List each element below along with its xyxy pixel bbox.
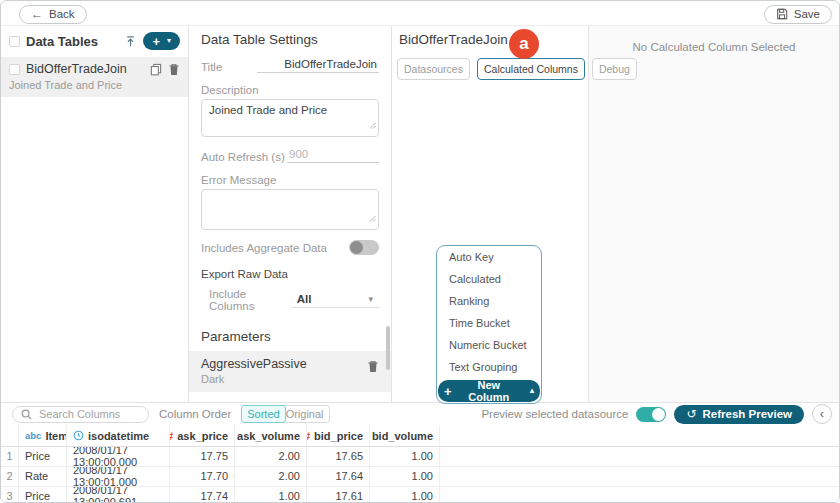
error-message-field-wrap bbox=[201, 189, 379, 230]
main-area: Data Tables + ▾ BidOfferTradeJoin bbox=[1, 26, 839, 402]
preview-datasource-toggle[interactable] bbox=[636, 407, 666, 422]
column-header-isodatetime: isodatetime bbox=[67, 426, 170, 447]
calculated-column-detail-panel: No Calculated Column Selected bbox=[589, 26, 839, 402]
column-header-item: abc Item bbox=[19, 426, 67, 447]
add-data-table-button[interactable]: + ▾ bbox=[143, 32, 180, 50]
chevron-left-icon: ‹ bbox=[820, 406, 824, 421]
include-columns-select[interactable]: All ▾ bbox=[291, 292, 379, 308]
table-editor-panel: BidOfferTradeJoin a Datasources Calculat… bbox=[392, 26, 588, 402]
row-number-cell: 3 bbox=[1, 487, 19, 502]
save-icon bbox=[776, 8, 788, 20]
empty-state-message: No Calculated Column Selected bbox=[632, 41, 795, 53]
include-columns-value: All bbox=[297, 293, 312, 305]
title-field-row: Title bbox=[201, 58, 379, 73]
upload-data-table-button[interactable] bbox=[124, 35, 137, 48]
column-header-ask-volume: # ask_volume bbox=[235, 426, 307, 447]
settings-panel-title: Data Table Settings bbox=[201, 32, 379, 47]
app-window: ← Back Save Data Tables + bbox=[0, 0, 840, 503]
parameter-list-item[interactable]: AggressivePassive Dark bbox=[189, 351, 391, 392]
delete-parameter-button[interactable] bbox=[367, 360, 379, 373]
bid-volume-cell: 1.00 bbox=[370, 487, 440, 502]
ask-price-cell: 17.70 bbox=[170, 467, 235, 487]
include-columns-label: Include Columns bbox=[209, 288, 291, 312]
refresh-icon: ↺ bbox=[686, 408, 696, 420]
menu-item-time-bucket[interactable]: Time Bucket bbox=[437, 312, 541, 334]
duplicate-data-table-button[interactable] bbox=[150, 63, 162, 76]
data-table-settings-panel: Data Table Settings Title Description Jo… bbox=[189, 26, 391, 402]
tab-datasources[interactable]: Datasources bbox=[397, 58, 470, 80]
data-table-list-item[interactable]: BidOfferTradeJoin Joined Trade and Price bbox=[1, 57, 188, 97]
column-header-bid-price: # bid_price bbox=[307, 426, 370, 447]
menu-item-text-grouping[interactable]: Text Grouping bbox=[437, 356, 541, 378]
new-column-menu: Auto Key Calculated Ranking Time Bucket … bbox=[436, 245, 542, 404]
bid-price-cell: 17.64 bbox=[307, 467, 370, 487]
column-header-label: bid_volume bbox=[372, 430, 433, 442]
refresh-preview-button[interactable]: ↺ Refresh Preview bbox=[674, 405, 804, 424]
column-order-original-button[interactable]: Original bbox=[280, 405, 330, 423]
search-columns-box bbox=[12, 406, 149, 423]
error-message-textarea[interactable] bbox=[201, 189, 379, 230]
column-header-label: isodatetime bbox=[88, 430, 149, 442]
data-table-item-row: BidOfferTradeJoin bbox=[9, 62, 180, 76]
preview-datasource-label: Preview selected datasource bbox=[481, 408, 628, 420]
menu-item-numeric-bucket[interactable]: Numeric Bucket bbox=[437, 334, 541, 356]
data-tables-title: Data Tables bbox=[26, 34, 118, 49]
description-textarea[interactable]: Joined Trade and Price bbox=[201, 99, 379, 137]
menu-item-auto-key[interactable]: Auto Key bbox=[437, 246, 541, 268]
menu-item-ranking[interactable]: Ranking bbox=[437, 290, 541, 312]
filler-cell bbox=[440, 447, 839, 467]
description-field-wrap: Joined Trade and Price bbox=[201, 99, 379, 137]
back-button[interactable]: ← Back bbox=[19, 5, 87, 24]
data-table-item-description: Joined Trade and Price bbox=[9, 79, 180, 91]
toggle-knob bbox=[350, 241, 363, 254]
item-cell: Price bbox=[19, 487, 67, 502]
column-header-label: ask_volume bbox=[237, 430, 300, 442]
copy-icon bbox=[150, 63, 162, 76]
new-column-button[interactable]: + New Column ▴ bbox=[438, 380, 540, 402]
select-all-checkbox[interactable] bbox=[9, 36, 20, 47]
refresh-preview-label: Refresh Preview bbox=[703, 408, 793, 420]
error-message-label: Error Message bbox=[201, 174, 379, 186]
filler-cell bbox=[440, 467, 839, 487]
row-number-header bbox=[1, 426, 19, 447]
plus-icon: + bbox=[444, 385, 452, 398]
save-button[interactable]: Save bbox=[764, 5, 832, 24]
hash-icon: # bbox=[307, 430, 310, 442]
trash-icon bbox=[367, 360, 379, 373]
editor-tabs: Datasources Calculated Columns Debug bbox=[397, 58, 588, 80]
includes-aggregate-toggle[interactable] bbox=[349, 240, 379, 255]
plus-icon: + bbox=[152, 35, 160, 48]
row-number-cell: 2 bbox=[1, 467, 19, 487]
table-row: 2 Rate 2008/01/17 13:00:01.000 17.70 2.0… bbox=[1, 467, 839, 487]
table-row: 1 Price 2008/01/17 13:00:00.000 17.75 2.… bbox=[1, 447, 839, 467]
settings-scrollbar-thumb[interactable] bbox=[386, 326, 390, 370]
title-input[interactable] bbox=[257, 58, 379, 73]
includes-aggregate-row: Includes Aggregate Data bbox=[201, 240, 379, 255]
parameters-title: Parameters bbox=[201, 329, 379, 344]
back-button-label: Back bbox=[49, 8, 75, 20]
data-table-item-checkbox[interactable] bbox=[9, 64, 20, 75]
column-order-sorted-button[interactable]: Sorted bbox=[241, 405, 285, 423]
column-header-bid-volume: # bid_volume bbox=[370, 426, 440, 447]
auto-refresh-input[interactable] bbox=[287, 148, 379, 163]
search-columns-input[interactable] bbox=[37, 407, 140, 421]
upload-icon bbox=[124, 35, 137, 48]
ask-volume-cell: 2.00 bbox=[235, 447, 307, 467]
menu-item-calculated[interactable]: Calculated bbox=[437, 268, 541, 290]
delete-data-table-button[interactable] bbox=[168, 63, 180, 76]
ask-volume-cell: 2.00 bbox=[235, 467, 307, 487]
table-row: 3 Price 2008/01/17 13:00:00.691 17.74 1.… bbox=[1, 487, 839, 502]
export-raw-data-label: Export Raw Data bbox=[201, 268, 379, 280]
column-order-label: Column Order bbox=[159, 408, 231, 420]
data-tables-panel: Data Tables + ▾ BidOfferTradeJoin bbox=[1, 26, 188, 402]
filler-header-cell bbox=[440, 426, 839, 447]
preview-table: abc Item isodatetime # ask_price # ask_v… bbox=[1, 426, 839, 502]
collapse-panel-button[interactable]: ‹ bbox=[812, 404, 832, 424]
tab-debug[interactable]: Debug bbox=[592, 58, 637, 80]
column-header-ask-price: # ask_price bbox=[170, 426, 235, 447]
back-arrow-icon: ← bbox=[31, 8, 43, 20]
bid-volume-cell: 1.00 bbox=[370, 447, 440, 467]
preview-table-header-row: abc Item isodatetime # ask_price # ask_v… bbox=[1, 426, 839, 447]
row-number-cell: 1 bbox=[1, 447, 19, 467]
tab-calculated-columns[interactable]: Calculated Columns bbox=[477, 58, 585, 80]
